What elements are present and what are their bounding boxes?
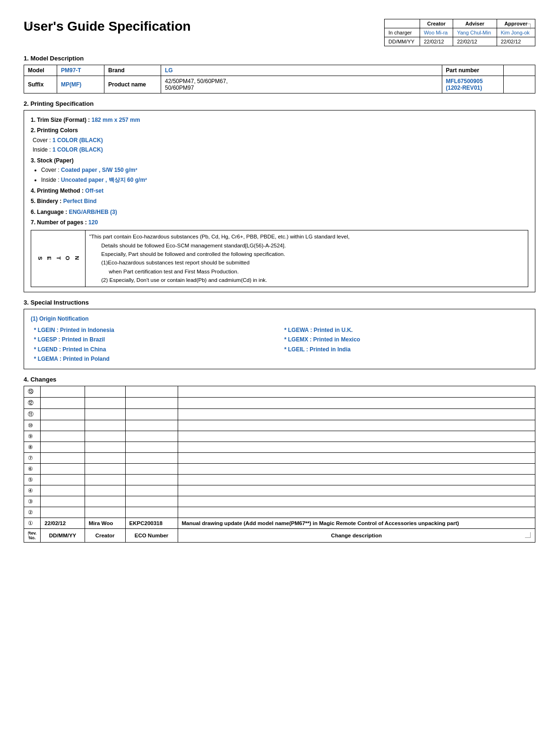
- empty-desc: [178, 397, 535, 408]
- empty-date: [41, 408, 85, 420]
- rev-icon-12: ⑫: [24, 397, 41, 408]
- spec-pages: 7. Number of pages : 120: [31, 218, 528, 227]
- origin-lgema: * LGEMA : Printed in Poland: [31, 354, 275, 364]
- spec-trim-size: 1. Trim Size (Format) : 182 mm x 257 mm: [31, 115, 528, 125]
- empty-eco: [125, 397, 178, 408]
- section3-heading: 3. Special Instructions: [24, 299, 535, 306]
- col-adviser: Adviser: [453, 19, 497, 28]
- empty-desc: [178, 408, 535, 420]
- rev-icon-10: ⑩: [24, 420, 41, 431]
- empty-date: [41, 386, 85, 397]
- spec-printing-colors: 2. Printing Colors Cover : 1 COLOR (BLAC…: [31, 126, 528, 154]
- empty-date: [41, 452, 85, 463]
- empty-creator: [85, 397, 125, 408]
- rev-icon-11: ⑪: [24, 408, 41, 420]
- change-description: Manual drawing update (Add model name(PM…: [178, 518, 535, 528]
- empty-date: [41, 463, 85, 474]
- spec-stock: 3. Stock (Paper) Cover : Coated paper , …: [31, 156, 528, 185]
- date-adviser: 22/02/12: [453, 37, 497, 46]
- approval-table: Creator Adviser Approver In charger Woo …: [384, 19, 535, 46]
- model-label: Model: [24, 65, 57, 76]
- empty-desc: [178, 431, 535, 442]
- spec-printing-method: 4. Printing Method : Off-set: [31, 186, 528, 195]
- empty-creator: [85, 408, 125, 420]
- change-eco: EKPC200318: [125, 518, 178, 528]
- rev-icon-6: ⑥: [24, 463, 41, 474]
- empty-desc: [178, 463, 535, 474]
- empty-desc: [178, 386, 535, 397]
- empty-date: [41, 507, 85, 518]
- empty-eco: [125, 496, 178, 507]
- empty-date: [41, 442, 85, 452]
- empty-creator: [85, 485, 125, 496]
- model-table: Model PM97-T Brand LG Part number Suffix…: [24, 65, 535, 93]
- empty-creator: [85, 431, 125, 442]
- rev-icon-4: ④: [24, 485, 41, 496]
- table-row: ⑪: [24, 408, 535, 420]
- empty-eco: [125, 442, 178, 452]
- printing-spec-box: 1. Trim Size (Format) : 182 mm x 257 mm …: [24, 110, 535, 292]
- empty-creator: [85, 463, 125, 474]
- rev-icon-5: ⑤: [24, 474, 41, 485]
- table-row: ⑥: [24, 463, 535, 474]
- incharger-adviser: Yang Chul-Min: [453, 28, 497, 37]
- empty-desc: [178, 420, 535, 431]
- empty-desc: [178, 474, 535, 485]
- empty-eco: [125, 485, 178, 496]
- spec-bindery: 5. Bindery : Perfect Bind: [31, 196, 528, 206]
- date-approver: 22/02/12: [497, 37, 535, 46]
- origins-left: * LGEIN : Printed in Indonesia * LGESP :…: [31, 325, 275, 364]
- rev-icon-3: ③: [24, 496, 41, 507]
- empty-creator: [85, 420, 125, 431]
- empty-creator: [85, 496, 125, 507]
- empty-eco: [125, 420, 178, 431]
- productname-value: 42/50PM47, 50/60PM67,50/60PM97: [161, 76, 442, 93]
- empty-desc: [178, 452, 535, 463]
- empty-creator: [85, 452, 125, 463]
- origin-lgemx: * LGEMX : Printed in Mexico: [284, 335, 529, 344]
- origin-lgein: * LGEIN : Printed in Indonesia: [31, 325, 275, 335]
- empty-eco: [125, 408, 178, 420]
- empty-eco: [125, 386, 178, 397]
- date-label: DD/MM/YY: [385, 37, 420, 46]
- empty-creator: [85, 442, 125, 452]
- empty-eco: [125, 452, 178, 463]
- title-block: User's Guide Specification: [24, 19, 384, 34]
- table-row: ⑬: [24, 386, 535, 397]
- table-row: ⑨: [24, 431, 535, 442]
- changes-table: ⑬ ⑫ ⑪ ⑩ ⑨: [24, 386, 535, 543]
- date-creator: 22/02/12: [420, 37, 453, 46]
- eco-col-header: ECO Number: [125, 528, 178, 542]
- changes-data-row: ① 22/02/12 Mira Woo EKPC200318 Manual dr…: [24, 518, 535, 528]
- empty-creator: [85, 386, 125, 397]
- empty-desc: [178, 442, 535, 452]
- special-instructions-box: (1) Origin Notification * LGEIN : Printe…: [24, 309, 535, 369]
- change-creator: Mira Woo: [85, 518, 125, 528]
- description-col-header: Change description: [178, 528, 535, 542]
- notes-table: NOTES "This part contain Eco-hazardous s…: [31, 230, 528, 287]
- empty-creator: [85, 507, 125, 518]
- table-row: ④: [24, 485, 535, 496]
- date-col-header: DD/MM/YY: [41, 528, 85, 542]
- notes-content: "This part contain Eco-hazardous substan…: [85, 230, 528, 287]
- empty-eco: [125, 463, 178, 474]
- origins-right: * LGEWA : Printed in U.K. * LGEMX : Prin…: [284, 325, 529, 364]
- origin-grid: * LGEIN : Printed in Indonesia * LGESP :…: [31, 325, 528, 364]
- table-row: ③: [24, 496, 535, 507]
- brand-label: Brand: [104, 65, 161, 76]
- origin-lgend: * LGEND : Printed in China: [31, 345, 275, 354]
- empty-date: [41, 420, 85, 431]
- rev-icon-7: ⑦: [24, 452, 41, 463]
- rev-icon-9: ⑨: [24, 431, 41, 442]
- changes-footer-row: Rev.No. DD/MM/YY Creator ECO Number Chan…: [24, 528, 535, 542]
- section4-heading: 4. Changes: [24, 376, 535, 383]
- col-creator: Creator: [420, 19, 453, 28]
- origin-lgewa: * LGEWA : Printed in U.K.: [284, 325, 529, 335]
- table-row: ⑫: [24, 397, 535, 408]
- partnumber-label: Part number: [442, 65, 503, 76]
- creator-col-header: Creator: [85, 528, 125, 542]
- partnumber-value: [503, 65, 535, 76]
- empty-cell: [503, 76, 535, 93]
- model-value: PM97-T: [57, 65, 104, 76]
- section1-heading: 1. Model Description: [24, 55, 535, 62]
